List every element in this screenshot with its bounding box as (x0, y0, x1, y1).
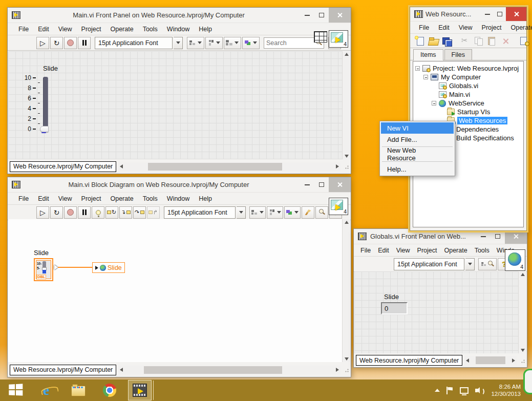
close-button[interactable] (505, 229, 527, 244)
alignment-grid-icon[interactable] (314, 31, 327, 43)
taskbar-file-explorer-icon[interactable] (67, 380, 89, 400)
font-selector[interactable]: 15pt Application Font (95, 37, 173, 49)
pause-button[interactable] (78, 37, 91, 49)
paste-button[interactable] (486, 36, 498, 46)
menu-view[interactable]: View (54, 24, 77, 34)
slider-thumb[interactable] (40, 126, 49, 132)
menu-tools[interactable]: Tools (138, 194, 162, 204)
zoom-button[interactable] (315, 206, 328, 219)
front-panel-hscrollbar[interactable] (118, 162, 341, 171)
menu-project[interactable]: Project (477, 23, 506, 33)
retain-wire-values-button[interactable]: ↻ (105, 206, 118, 219)
block-diagram-vscrollbar[interactable] (342, 219, 350, 362)
menu-tools[interactable]: Tools (471, 245, 493, 256)
maximize-button[interactable] (314, 177, 329, 192)
start-button[interactable] (9, 384, 24, 397)
font-selector-caret[interactable] (465, 258, 475, 270)
menu-file[interactable]: File (14, 24, 33, 34)
menu-operate[interactable]: Operate (506, 23, 532, 33)
context-menu-new-vi[interactable]: New VI (381, 122, 454, 134)
new-vi-button[interactable] (415, 36, 426, 46)
globals-vscrollbar[interactable] (518, 271, 526, 353)
save-all-button[interactable] (441, 36, 453, 46)
taskbar-ie-icon[interactable]: e (35, 380, 57, 400)
context-menu-add-file[interactable]: Add File... (381, 134, 454, 145)
menu-operate[interactable]: Operate (105, 194, 138, 204)
close-button[interactable] (329, 8, 351, 23)
font-selector-caret[interactable] (237, 206, 246, 219)
network-icon[interactable] (460, 387, 469, 394)
align-objects-button[interactable] (187, 37, 204, 49)
run-continuous-button[interactable]: ↻ (50, 206, 63, 219)
run-continuous-button[interactable]: ↻ (50, 37, 63, 49)
collapse-expander-icon[interactable] (432, 101, 436, 105)
cut-button[interactable] (460, 36, 471, 46)
menu-operate[interactable]: Operate (105, 24, 138, 34)
taskbar-clock[interactable]: 8:26 AM 12/30/2013 (491, 383, 521, 397)
font-selector[interactable]: 15pt Application Font (394, 258, 464, 270)
block-diagram-titlebar[interactable]: Main.vi Block Diagram on Web Resource.lv… (8, 177, 351, 193)
tab-files[interactable]: Files (444, 49, 472, 60)
menu-view[interactable]: View (454, 23, 477, 33)
terminal-label[interactable]: Slide (34, 249, 49, 257)
show-hidden-icons-button[interactable] (435, 389, 440, 392)
collapse-expander-icon[interactable] (423, 75, 428, 79)
wire[interactable] (58, 267, 92, 268)
front-panel-vscrollbar[interactable] (342, 51, 350, 159)
slider-label[interactable]: Slide (43, 65, 58, 72)
front-panel-titlebar[interactable]: Main.vi Front Panel on Web Resource.lvpr… (8, 8, 351, 23)
step-over-button[interactable]: ↷ (133, 206, 146, 219)
font-selector-caret[interactable] (174, 37, 183, 49)
menu-edit[interactable]: Edit (33, 194, 54, 204)
minimize-button[interactable] (476, 229, 491, 244)
menu-file[interactable]: File (14, 194, 33, 204)
menu-project[interactable]: Project (414, 245, 441, 256)
menu-view[interactable]: View (54, 194, 77, 204)
reorder-button[interactable] (242, 37, 260, 49)
close-button[interactable] (506, 7, 526, 21)
vi-icon-badge[interactable]: 4 (329, 198, 348, 215)
pause-button[interactable] (78, 206, 91, 219)
context-menu-help[interactable]: Help... (381, 163, 454, 175)
minimize-button[interactable] (300, 177, 314, 192)
execution-target[interactable]: Web Resource.lvproj/My Computer (10, 365, 116, 375)
volume-icon[interactable] (475, 387, 484, 394)
menu-edit[interactable]: Edit (374, 245, 393, 256)
resolve-conflicts-button[interactable] (518, 36, 529, 46)
execution-target[interactable]: Web Resource.lvproj/My Computer (10, 161, 116, 172)
maximize-button[interactable] (494, 7, 506, 21)
tree-item-startup-vis[interactable]: Startup VIs (414, 108, 522, 116)
front-panel-canvas[interactable]: Slide 10 8 6 4 2 0 (8, 51, 350, 159)
distribute-objects-button[interactable] (267, 206, 283, 219)
execution-target[interactable]: Web Resource.lvproj/My Computer (356, 355, 462, 366)
tree-item-main-vi[interactable]: Main.vi (414, 90, 522, 99)
open-project-button[interactable] (428, 36, 439, 46)
tree-item-globals-vi[interactable]: Globals.vi (414, 81, 522, 90)
screen-recorder-widget[interactable] (523, 369, 532, 394)
project-titlebar[interactable]: Web Resourc... (410, 7, 526, 22)
action-center-icon[interactable] (446, 387, 453, 394)
resize-grip[interactable] (520, 358, 525, 363)
minimize-button[interactable] (481, 7, 494, 21)
run-button[interactable]: ▷ (36, 206, 49, 219)
run-button[interactable]: ▷ (36, 37, 49, 49)
resize-grip[interactable] (344, 164, 349, 169)
global-variable-node[interactable]: Slide (92, 262, 125, 273)
maximize-button[interactable] (314, 8, 329, 23)
menu-edit[interactable]: Edit (434, 23, 454, 33)
globals-titlebar[interactable]: Globals.vi Front Panel on Web... (354, 229, 527, 244)
step-out-button[interactable]: ↱ (147, 206, 160, 219)
highlight-execution-button[interactable] (92, 206, 104, 219)
taskbar-chrome-icon[interactable] (98, 380, 121, 400)
block-diagram-hscrollbar[interactable] (118, 366, 341, 374)
menu-window[interactable]: Window (162, 24, 194, 34)
menu-project[interactable]: Project (77, 24, 106, 34)
zoom-button[interactable] (478, 258, 497, 270)
abort-button[interactable] (64, 37, 77, 49)
collapse-expander-icon[interactable] (415, 66, 420, 71)
menu-view[interactable]: View (393, 245, 414, 256)
global-numeric-control[interactable]: 0 (381, 302, 408, 314)
resize-grip[interactable] (344, 367, 349, 372)
tree-item-my-computer[interactable]: My Computer (414, 73, 522, 81)
global-control-label[interactable]: Slide (384, 293, 399, 301)
